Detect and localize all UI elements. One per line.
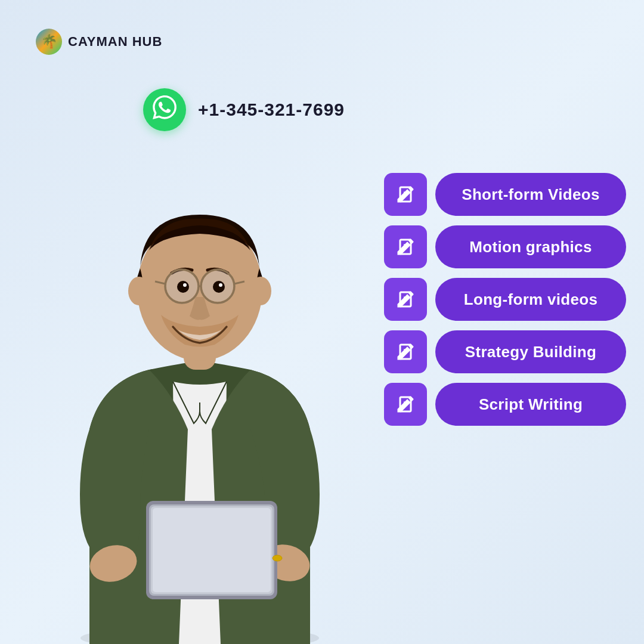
service-label-box-script-writing[interactable]: Script Writing xyxy=(435,383,626,426)
services-container: Short-form Videos Motion graphics xyxy=(384,173,626,426)
svg-point-14 xyxy=(219,283,222,287)
page-container: 🌴 CAYMAN HUB +1-345-321-7699 xyxy=(0,0,644,644)
person-image xyxy=(30,131,370,644)
svg-point-11 xyxy=(177,281,189,293)
service-label-box-motion-graphics[interactable]: Motion graphics xyxy=(435,225,626,268)
service-label-box-short-form-videos[interactable]: Short-form Videos xyxy=(435,173,626,216)
service-icon-strategy-building[interactable] xyxy=(384,330,427,373)
service-icon-short-form-videos[interactable] xyxy=(384,173,427,216)
service-row-motion-graphics: Motion graphics xyxy=(384,225,626,268)
service-label-long-form-videos: Long-form videos xyxy=(464,290,597,309)
service-row-long-form-videos: Long-form videos xyxy=(384,278,626,321)
service-row-script-writing: Script Writing xyxy=(384,383,626,426)
svg-rect-22 xyxy=(153,508,271,592)
service-icon-script-writing[interactable] xyxy=(384,383,427,426)
service-row-strategy-building: Strategy Building xyxy=(384,330,626,373)
brand-name: CAYMAN HUB xyxy=(68,34,162,49)
service-label-box-strategy-building[interactable]: Strategy Building xyxy=(435,330,626,373)
service-label-motion-graphics: Motion graphics xyxy=(469,238,592,256)
header: 🌴 CAYMAN HUB xyxy=(36,29,162,55)
service-icon-motion-graphics[interactable] xyxy=(384,225,427,268)
phone-section: +1-345-321-7699 xyxy=(143,88,345,131)
service-label-short-form-videos: Short-form Videos xyxy=(462,185,599,204)
service-label-script-writing: Script Writing xyxy=(479,395,583,414)
service-row-short-form-videos: Short-form Videos xyxy=(384,173,626,216)
service-icon-long-form-videos[interactable] xyxy=(384,278,427,321)
service-label-box-long-form-videos[interactable]: Long-form videos xyxy=(435,278,626,321)
whatsapp-icon xyxy=(153,95,177,125)
svg-point-12 xyxy=(213,281,225,293)
svg-point-15 xyxy=(128,277,150,305)
whatsapp-button[interactable] xyxy=(143,88,186,131)
logo-icon: 🌴 xyxy=(36,29,62,55)
svg-point-23 xyxy=(273,555,282,561)
service-label-strategy-building: Strategy Building xyxy=(465,343,596,361)
svg-point-16 xyxy=(250,277,271,305)
phone-number: +1-345-321-7699 xyxy=(198,100,345,120)
svg-point-13 xyxy=(183,283,187,287)
